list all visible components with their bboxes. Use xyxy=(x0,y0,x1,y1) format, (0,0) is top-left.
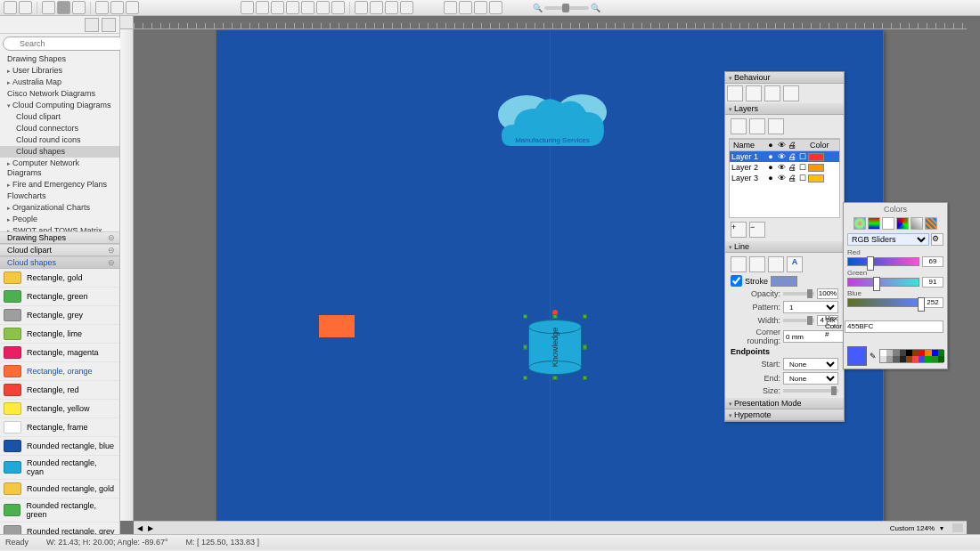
picker-tab-sliders-icon[interactable] xyxy=(868,217,880,230)
shape-row[interactable]: Rounded rectangle, blue xyxy=(0,437,119,456)
orange-rectangle-shape[interactable] xyxy=(319,315,355,337)
tool-e-icon[interactable] xyxy=(301,1,314,14)
pattern-select[interactable]: 1 xyxy=(783,301,838,313)
cylinder-shape[interactable]: Knowledge xyxy=(528,320,582,375)
line-style-a-icon[interactable] xyxy=(731,256,747,272)
zoom-fit-icon[interactable] xyxy=(459,1,472,14)
shape-row[interactable]: Rounded rectangle, cyan xyxy=(0,456,119,480)
blue-value[interactable]: 252 xyxy=(922,297,943,308)
ruler-horizontal[interactable] xyxy=(134,16,967,29)
sidebar-tab-search-icon[interactable] xyxy=(102,18,116,32)
bottom-scrollbar[interactable]: ◀▶ Custom 124% ▾ xyxy=(134,521,967,534)
palette-cell[interactable] xyxy=(912,350,919,356)
picker-tab-wheel-icon[interactable] xyxy=(853,217,866,230)
shape-row[interactable]: Rounded rectangle, grey xyxy=(0,523,119,534)
zoom-user-icon[interactable] xyxy=(474,1,487,14)
tree-item[interactable]: Cloud round icons xyxy=(0,134,119,146)
zoom-out-icon[interactable] xyxy=(444,1,457,14)
tool-select-icon[interactable] xyxy=(19,1,32,14)
tree-item[interactable]: Australia Map xyxy=(0,77,119,88)
palette-cell[interactable] xyxy=(925,356,931,362)
tree-item[interactable]: Cisco Network Diagrams xyxy=(0,88,119,100)
zoom-minus-icon[interactable]: 🔍 xyxy=(533,4,543,12)
zoom-marker-icon[interactable] xyxy=(489,1,502,14)
layer-mode-b-icon[interactable] xyxy=(749,118,765,134)
layer-row[interactable]: Layer 2●👁🖨☐ xyxy=(730,162,839,173)
palette-cell[interactable] xyxy=(919,350,925,356)
tree-item[interactable]: Fire and Emergency Plans xyxy=(0,179,119,190)
line-style-c-icon[interactable] xyxy=(768,256,784,272)
size-slider[interactable] xyxy=(783,389,838,393)
tool-rect-icon[interactable] xyxy=(57,1,70,14)
opacity-slider[interactable] xyxy=(783,292,814,296)
palette-cell[interactable] xyxy=(886,356,893,362)
zoom-slider[interactable] xyxy=(544,6,589,10)
palette-cell[interactable] xyxy=(886,350,893,356)
shape-row[interactable]: Rounded rectangle, green xyxy=(0,498,119,523)
palette-cell[interactable] xyxy=(932,356,938,362)
shape-row[interactable]: Rectangle, gold xyxy=(0,269,119,288)
picker-tab-custom-icon[interactable] xyxy=(925,217,937,230)
zoom-plus-icon[interactable]: 🔍 xyxy=(591,4,600,12)
search-input[interactable] xyxy=(3,36,126,51)
palette-cell[interactable] xyxy=(906,350,912,356)
tool-line-icon[interactable] xyxy=(95,1,109,14)
picker-gear-icon[interactable]: ⚙ xyxy=(931,233,943,246)
behaviour-btn-b-icon[interactable] xyxy=(746,85,762,101)
tool-g-icon[interactable] xyxy=(331,1,345,14)
ruler-vertical[interactable] xyxy=(120,29,134,521)
shape-row[interactable]: Rectangle, green xyxy=(0,288,119,306)
tree-item[interactable]: Cloud shapes xyxy=(0,146,119,158)
tool-hand-icon[interactable] xyxy=(42,1,55,14)
layer-row[interactable]: Layer 1●👁🖨☐ xyxy=(730,151,839,162)
palette-cell[interactable] xyxy=(893,356,899,362)
section-presentation[interactable]: Presentation Mode xyxy=(725,398,844,409)
shape-row[interactable]: Rectangle, grey xyxy=(0,306,119,325)
picker-tab-palette-icon[interactable] xyxy=(882,217,894,230)
tool-arc-icon[interactable] xyxy=(110,1,124,14)
behaviour-btn-c-icon[interactable] xyxy=(764,85,780,101)
tree-item[interactable]: Cloud clipart xyxy=(0,111,119,123)
shape-row[interactable]: Rectangle, frame xyxy=(0,418,119,437)
tree-item[interactable]: SWOT and TOWS Matrix Diagrams xyxy=(0,225,119,231)
layer-mode-a-icon[interactable] xyxy=(731,118,747,134)
tree-item[interactable]: People xyxy=(0,214,119,225)
width-slider[interactable] xyxy=(783,319,814,322)
tool-connector-icon[interactable] xyxy=(126,1,139,14)
shape-row[interactable]: Rectangle, red xyxy=(0,381,119,400)
color-preview-swatch[interactable] xyxy=(847,346,867,366)
green-slider[interactable] xyxy=(847,278,919,287)
accordion-cloud-clipart[interactable]: Cloud clipart xyxy=(0,244,119,256)
palette-cell[interactable] xyxy=(900,350,906,356)
palette-cell[interactable] xyxy=(919,356,925,362)
eyedropper-icon[interactable]: ✎ xyxy=(870,352,877,361)
shape-row[interactable]: Rectangle, magenta xyxy=(0,344,119,362)
palette-cell[interactable] xyxy=(880,356,886,362)
zoom-level-combo[interactable]: Custom 124% xyxy=(890,524,935,532)
blue-slider[interactable] xyxy=(847,298,919,307)
palette-cell[interactable] xyxy=(900,356,906,362)
tool-i-icon[interactable] xyxy=(370,1,383,14)
tool-b-icon[interactable] xyxy=(256,1,269,14)
palette-cell[interactable] xyxy=(912,356,919,362)
layer-add-button[interactable]: + xyxy=(731,222,747,238)
palette-cell[interactable] xyxy=(925,350,931,356)
picker-tab-crayons-icon[interactable] xyxy=(911,217,923,230)
tree-item[interactable]: User Libraries xyxy=(0,65,119,77)
behaviour-btn-a-icon[interactable] xyxy=(727,85,743,101)
tool-ellipse-icon[interactable] xyxy=(72,1,86,14)
opacity-value[interactable]: 100% xyxy=(817,288,838,299)
accordion-drawing-shapes[interactable]: Drawing Shapes xyxy=(0,231,119,244)
tree-item[interactable]: Computer Network Diagrams xyxy=(0,158,119,179)
palette-cell[interactable] xyxy=(938,350,944,356)
tree-item[interactable]: Drawing Shapes xyxy=(0,53,119,65)
green-value[interactable]: 91 xyxy=(922,277,943,288)
line-style-text-icon[interactable]: A xyxy=(787,256,803,272)
end-select[interactable]: None xyxy=(783,372,838,385)
tree-item[interactable]: Cloud connectors xyxy=(0,123,119,134)
palette-cell[interactable] xyxy=(893,350,899,356)
line-style-b-icon[interactable] xyxy=(749,256,765,272)
selection-handles[interactable] xyxy=(526,317,584,377)
tool-j-icon[interactable] xyxy=(385,1,398,14)
tool-c-icon[interactable] xyxy=(271,1,284,14)
